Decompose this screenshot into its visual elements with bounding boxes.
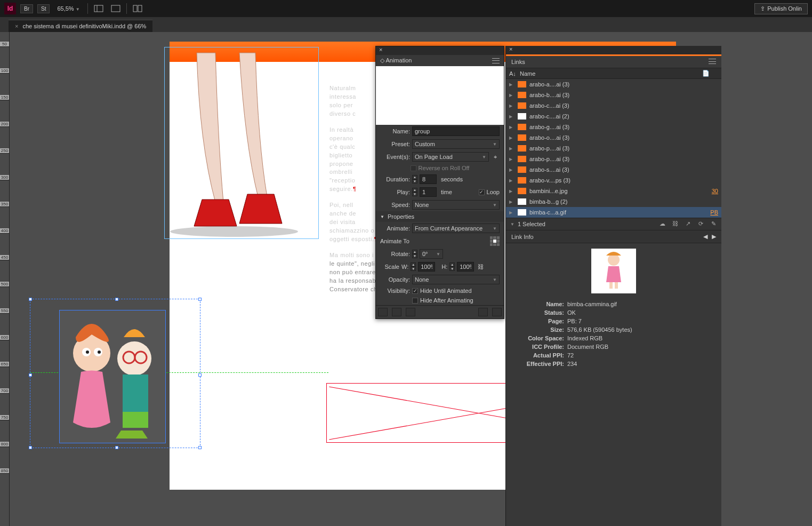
link-row[interactable]: ▶arabo-c....ai (2)	[506, 111, 721, 122]
link-row[interactable]: ▶bimba-b...g (2)	[506, 196, 721, 207]
opacity-select[interactable]: None▼	[412, 275, 500, 284]
bridge-button[interactable]: Br	[20, 4, 33, 13]
create-button-trigger-icon[interactable]: ⌖	[491, 154, 500, 161]
selected-image-frame[interactable]	[59, 310, 166, 443]
panel-drag-bar[interactable]: ×	[506, 46, 721, 54]
link-page[interactable]: 30	[705, 188, 718, 194]
trash-icon[interactable]	[492, 308, 502, 316]
sort-icon[interactable]: A↓	[509, 70, 520, 77]
screen-mode-icon[interactable]	[109, 3, 122, 14]
close-panel-icon[interactable]: ×	[506, 46, 516, 54]
publish-online-button[interactable]: ⇪ Publish Onlin	[754, 3, 808, 14]
app-logo-icon[interactable]: Id	[4, 3, 16, 14]
close-panel-icon[interactable]: ×	[376, 46, 385, 55]
stock-button[interactable]: St	[37, 4, 50, 13]
selection-handle[interactable]	[198, 373, 202, 377]
link-row[interactable]: ▶arabo-g....ai (3)	[506, 122, 721, 132]
scale-w-stepper[interactable]: ▲▼	[411, 262, 416, 271]
link-row[interactable]: ▶arabo-p....ai (3)	[506, 143, 721, 154]
relink-icon[interactable]: ⛓	[671, 220, 679, 228]
expand-icon[interactable]: ▶	[509, 168, 518, 172]
edit-original-icon[interactable]: ✎	[710, 220, 717, 228]
link-row[interactable]: ▶arabo-b....ai (3)	[506, 90, 721, 100]
hide-after-checkbox[interactable]: Hide After Animating	[412, 297, 473, 304]
link-page[interactable]: PB	[705, 209, 718, 216]
expand-icon[interactable]: ▶	[509, 210, 518, 215]
animation-preview[interactable]	[376, 66, 504, 125]
arrange-icon[interactable]	[131, 3, 144, 14]
prev-link-icon[interactable]: ◀	[703, 233, 708, 240]
link-info-header[interactable]: Link Info ◀ ▶	[506, 230, 721, 243]
show-animation-proxy-icon[interactable]	[392, 308, 401, 316]
animate-select[interactable]: From Current Appearance▼	[412, 224, 500, 233]
update-link-icon[interactable]: ⟳	[697, 220, 704, 228]
relink-cc-icon[interactable]: ☁	[658, 220, 666, 228]
image-frame-legs[interactable]	[164, 47, 319, 239]
view-options-icon[interactable]	[92, 3, 105, 14]
link-row[interactable]: ▶arabo-s....ai (3)	[506, 164, 721, 175]
expand-icon[interactable]: ▶	[509, 189, 518, 194]
selection-handle[interactable]	[198, 446, 202, 449]
timing-panel-icon[interactable]	[406, 308, 415, 316]
links-panel[interactable]: × Links A↓ Name 📄 ▶arabo-a....ai (3)▶ara…	[505, 46, 721, 526]
selection-handle[interactable]	[198, 298, 202, 301]
loop-checkbox[interactable]: ✓Loop	[479, 189, 500, 195]
expand-icon[interactable]: ▶	[509, 114, 518, 119]
expand-icon[interactable]: ▶	[509, 146, 518, 151]
expand-icon[interactable]: ▶	[509, 157, 518, 162]
expand-icon[interactable]: ▼	[510, 222, 514, 227]
expand-icon[interactable]: ▶	[509, 93, 518, 98]
document-tab[interactable]: × che sistema di musei definitivoMiki.in…	[9, 20, 152, 32]
duration-stepper[interactable]: ▲▼	[412, 175, 417, 184]
link-row[interactable]: ▶bimba-c...a.gifPB	[506, 207, 721, 218]
convert-to-motion-path-icon[interactable]	[478, 308, 488, 316]
goto-link-icon[interactable]: ↗	[684, 220, 692, 228]
expand-icon[interactable]: ▶	[509, 82, 518, 87]
selection-bounding-box[interactable]	[30, 299, 200, 448]
link-row[interactable]: ▶bambini...e.jpg30	[506, 186, 721, 196]
link-row[interactable]: ▶arabo-p....ai (3)	[506, 154, 721, 164]
expand-icon[interactable]: ▶	[509, 125, 518, 130]
preview-spread-icon[interactable]	[378, 308, 388, 316]
scale-h-stepper[interactable]: ▲▼	[449, 262, 455, 271]
proxy-reference-point[interactable]	[490, 236, 500, 246]
expand-icon[interactable]: ▶	[509, 103, 518, 108]
links-list[interactable]: ▶arabo-a....ai (3)▶arabo-b....ai (3)▶ara…	[506, 79, 721, 218]
selection-handle[interactable]	[115, 446, 118, 449]
animation-name-input[interactable]	[412, 126, 500, 136]
rotate-stepper[interactable]: ▲▼	[412, 250, 417, 258]
ruler-vertical[interactable]: 5010015020025030035040045050055060065070…	[0, 32, 10, 526]
expand-icon[interactable]: ▶	[509, 136, 518, 140]
next-link-icon[interactable]: ▶	[712, 233, 716, 240]
svg-point-5	[170, 226, 298, 237]
rotate-input[interactable]: 0°▼	[420, 249, 443, 259]
selection-handle[interactable]	[29, 446, 32, 449]
close-tab-icon[interactable]: ×	[15, 23, 18, 29]
scale-h-input[interactable]	[457, 262, 474, 272]
preset-select[interactable]: Custom▼	[412, 139, 500, 149]
links-column-header[interactable]: A↓ Name 📄	[506, 68, 721, 79]
link-row[interactable]: ▶arabo-v....ps (3)	[506, 175, 721, 186]
constrain-proportions-icon[interactable]: ⛓	[476, 264, 485, 270]
play-input[interactable]	[420, 187, 437, 197]
link-row[interactable]: ▶arabo-a....ai (3)	[506, 79, 721, 90]
selection-handle[interactable]	[115, 298, 118, 301]
panel-drag-bar[interactable]: ×	[376, 46, 504, 55]
scale-w-input[interactable]	[418, 262, 435, 272]
animation-panel[interactable]: × ◇ Animation Name: Preset: Custom▼ Even…	[375, 46, 504, 319]
expand-icon[interactable]: ▶	[509, 178, 518, 183]
properties-section-toggle[interactable]: ▼ Properties	[376, 211, 504, 222]
hide-until-checkbox[interactable]: ✓Hide Until Animated	[412, 288, 472, 294]
panel-menu-icon[interactable]	[709, 59, 716, 64]
speed-select[interactable]: None▼	[412, 200, 500, 210]
link-row[interactable]: ▶arabo-o....ai (3)	[506, 132, 721, 143]
panel-menu-icon[interactable]	[492, 58, 500, 63]
events-select[interactable]: On Page Load▼	[412, 152, 489, 162]
selection-handle[interactable]	[29, 373, 32, 377]
zoom-level[interactable]: 65,5% ▼	[54, 4, 83, 13]
duration-input[interactable]	[420, 174, 437, 184]
expand-icon[interactable]: ▶	[509, 200, 518, 204]
selection-handle[interactable]	[29, 298, 32, 301]
play-stepper[interactable]: ▲▼	[412, 188, 417, 196]
link-row[interactable]: ▶arabo-c....ai (3)	[506, 100, 721, 111]
